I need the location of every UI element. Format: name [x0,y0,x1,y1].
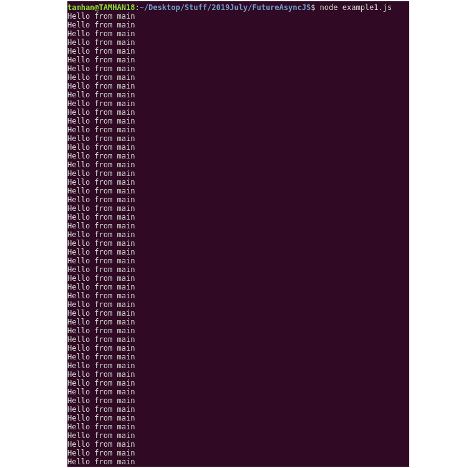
output-line: Hello from main [67,204,409,213]
prompt-dollar: $ [311,3,319,12]
output-line: Hello from main [67,370,409,379]
output-line: Hello from main [67,265,409,274]
interrupt-signal: ^C [67,466,409,467]
output-line: Hello from main [67,117,409,125]
output-line: Hello from main [67,449,409,457]
output-line: Hello from main [67,82,409,90]
shell-prompt-line: tamhan@TAMHAN18:~/Desktop/Stuff/2019July… [67,3,409,12]
output-line: Hello from main [67,457,409,466]
output-line: Hello from main [67,440,409,449]
output-line: Hello from main [67,169,409,178]
output-line: Hello from main [67,64,409,73]
output-line: Hello from main [67,21,409,29]
output-line: Hello from main [67,90,409,99]
output-line: Hello from main [67,73,409,82]
output-line: Hello from main [67,134,409,143]
prompt-path: ~/Desktop/Stuff/2019July/FutureAsyncJS [140,3,311,12]
output-line: Hello from main [67,222,409,230]
prompt-separator: : [135,3,139,12]
output-line: Hello from main [67,12,409,21]
output-line: Hello from main [67,213,409,222]
output-line: Hello from main [67,344,409,353]
output-line: Hello from main [67,405,409,414]
output-line: Hello from main [67,335,409,344]
output-line: Hello from main [67,230,409,239]
output-line: Hello from main [67,414,409,422]
output-line: Hello from main [67,125,409,134]
output-line: Hello from main [67,56,409,64]
terminal-output: Hello from mainHello from mainHello from… [67,12,409,466]
output-line: Hello from main [67,283,409,291]
output-line: Hello from main [67,396,409,405]
output-line: Hello from main [67,256,409,265]
output-line: Hello from main [67,318,409,326]
output-line: Hello from main [67,187,409,195]
output-line: Hello from main [67,152,409,160]
output-line: Hello from main [67,47,409,56]
output-line: Hello from main [67,353,409,361]
output-line: Hello from main [67,248,409,256]
output-line: Hello from main [67,379,409,388]
terminal-window[interactable]: tamhan@TAMHAN18:~/Desktop/Stuff/2019July… [67,1,409,467]
output-line: Hello from main [67,160,409,169]
output-line: Hello from main [67,361,409,370]
output-line: Hello from main [67,300,409,309]
output-line: Hello from main [67,143,409,152]
output-line: Hello from main [67,99,409,108]
output-line: Hello from main [67,326,409,335]
output-line: Hello from main [67,38,409,47]
output-line: Hello from main [67,178,409,187]
output-line: Hello from main [67,431,409,440]
output-line: Hello from main [67,29,409,38]
shell-command: node example1.js [320,3,392,12]
output-line: Hello from main [67,108,409,117]
output-line: Hello from main [67,388,409,396]
prompt-user-host: tamhan@TAMHAN18 [67,3,135,12]
output-line: Hello from main [67,309,409,318]
output-line: Hello from main [67,291,409,300]
output-line: Hello from main [67,422,409,431]
output-line: Hello from main [67,239,409,248]
output-line: Hello from main [67,195,409,204]
output-line: Hello from main [67,274,409,283]
